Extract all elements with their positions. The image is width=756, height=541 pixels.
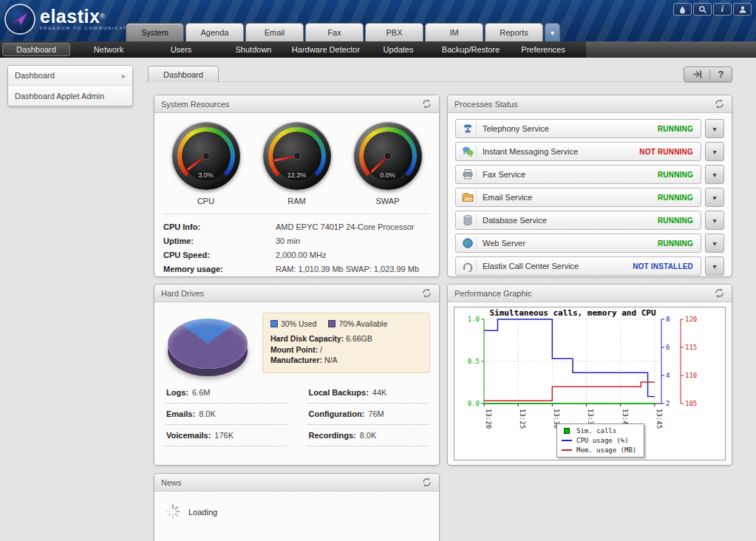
elastix-logo: elastix® FREEDOM TO COMMUNICATE	[4, 4, 132, 35]
subnav-preferences[interactable]: Preferences	[507, 41, 579, 58]
gauge-label: CPU	[197, 197, 214, 205]
subnav-backup-restore[interactable]: Backup/Restore	[435, 41, 507, 58]
legend-mem-usage: Mem. usage (MB)	[562, 446, 636, 454]
process-row-web-server: Web Server RUNNING ▾	[455, 234, 724, 253]
panel-title: Processes Status	[454, 100, 518, 109]
subnav-shutdown[interactable]: Shutdown	[217, 41, 290, 58]
ram-gauge: 12.3% RAM	[256, 122, 338, 205]
info-icon[interactable]: i	[713, 3, 732, 16]
drop-icon[interactable]	[673, 3, 692, 16]
process-actions-dropdown[interactable]: ▾	[705, 256, 724, 276]
refresh-icon[interactable]	[714, 287, 725, 299]
info-row-cpu-speed: CPU Speed:2,000.00 MHz	[163, 248, 430, 262]
chevron-down-icon: ▾	[712, 148, 716, 156]
legend-available: 70% Available	[328, 319, 387, 328]
chevron-down-icon: ▾	[712, 125, 716, 133]
gauge-row: 3.0% CPU 12.3% RAM 0.0% SWAP	[154, 113, 439, 207]
sidebar-item-label: Dashboard	[15, 71, 55, 80]
svg-text:4: 4	[666, 372, 670, 379]
info-row-memory-usage: Memory usage:RAM: 1,010.39 Mb SWAP: 1,02…	[163, 262, 430, 276]
loading-text: Loading	[188, 508, 217, 517]
subnav-dashboard[interactable]: Dashboard	[2, 43, 70, 56]
tab-agenda[interactable]: Agenda	[185, 23, 244, 41]
chevron-right-icon: ▸	[122, 72, 126, 80]
divider	[709, 69, 710, 79]
process-actions-dropdown[interactable]: ▾	[705, 119, 724, 138]
tab-im[interactable]: IM	[425, 23, 483, 41]
mount-point: Mount Point: /	[270, 345, 422, 354]
gauge-label: SWAP	[376, 197, 400, 205]
loading-spinner-icon	[165, 503, 181, 521]
performance-chart: 0.00.51.0246810511011512013:2013:2513:30…	[454, 307, 726, 460]
svg-text:120: 120	[685, 316, 697, 323]
stat-local-backups: Local Backups:44K	[307, 382, 429, 404]
svg-text:0.0: 0.0	[468, 400, 480, 407]
stat-voicemails: Voicemails:176K	[165, 425, 287, 446]
database-icon	[459, 213, 477, 228]
process-actions-dropdown[interactable]: ▾	[705, 165, 724, 184]
subnav-network[interactable]: Network	[72, 41, 145, 58]
brand-name: elastix	[40, 6, 100, 27]
chevron-down-icon: ▾	[712, 217, 716, 225]
refresh-icon[interactable]	[421, 98, 432, 109]
logo-text: elastix® FREEDOM TO COMMUNICATE	[40, 8, 132, 30]
tab-email[interactable]: Email	[245, 23, 304, 41]
sidebar-item-dashboard[interactable]: Dashboard ▸	[8, 66, 132, 86]
process-status: RUNNING	[658, 194, 701, 202]
svg-text:105: 105	[685, 400, 697, 407]
manufacturer: Manufacturer: N/A	[270, 355, 422, 364]
chevron-down-icon: ▾	[712, 171, 716, 179]
chevron-down-icon: ▾	[712, 239, 716, 248]
web-server-icon	[459, 236, 477, 251]
process-label: Fax Service	[483, 170, 658, 179]
header-toolbar: i	[673, 3, 752, 16]
content-tab-dashboard[interactable]: Dashboard	[148, 66, 219, 82]
chevron-down-icon: ▾	[551, 29, 554, 37]
refresh-icon[interactable]	[421, 477, 432, 488]
process-list: Telephony Service RUNNING ▾ Instant Mess…	[448, 113, 732, 277]
panel-title: News	[161, 478, 182, 487]
process-label: Email Service	[483, 193, 658, 202]
process-status: NOT INSTALLED	[633, 262, 701, 270]
tab-overflow-button[interactable]: ▾	[545, 23, 560, 41]
tab-system[interactable]: System	[126, 23, 184, 41]
legend-swatch	[328, 320, 336, 327]
svg-text:2: 2	[666, 400, 670, 407]
tab-pbx[interactable]: PBX	[365, 23, 423, 41]
help-button[interactable]: ?	[718, 69, 724, 80]
subnav-hardware-detector[interactable]: Hardware Detector	[290, 41, 362, 58]
process-actions-dropdown[interactable]: ▾	[705, 234, 724, 253]
legend-used: 30% Used	[270, 319, 316, 328]
brand-tagline: FREEDOM TO COMMUNICATE	[40, 26, 132, 30]
sidebar-item-dashboard-applet-admin[interactable]: Dashboard Applet Admin	[8, 86, 132, 106]
svg-text:6: 6	[666, 344, 670, 351]
email-icon	[459, 190, 477, 205]
refresh-icon[interactable]	[421, 287, 432, 299]
process-actions-dropdown[interactable]: ▾	[705, 188, 724, 207]
info-row-uptime: Uptime:30 min	[163, 234, 430, 248]
stat-emails: Emails:8.0K	[165, 404, 287, 425]
process-label: Web Server	[483, 239, 658, 248]
tab-fax[interactable]: Fax	[305, 23, 364, 41]
process-status: RUNNING	[658, 217, 701, 225]
process-row-instant-messaging: Instant Messaging Service NOT RUNNING ▾	[455, 142, 724, 161]
process-actions-dropdown[interactable]: ▾	[705, 142, 724, 161]
subnav-updates[interactable]: Updates	[362, 41, 435, 58]
process-label: Database Service	[483, 216, 658, 225]
user-icon[interactable]	[733, 3, 752, 16]
panel-header: Processes Status	[448, 95, 732, 113]
refresh-icon[interactable]	[714, 98, 725, 109]
instant-messaging-icon	[459, 144, 477, 159]
collapse-panel-icon[interactable]	[692, 70, 702, 78]
sidebar-menu: Dashboard ▸ Dashboard Applet Admin	[7, 65, 133, 106]
process-label: Elastix Call Center Service	[483, 262, 633, 270]
panel-controls: ?	[684, 67, 732, 82]
telephony-icon	[459, 121, 477, 136]
process-actions-dropdown[interactable]: ▾	[705, 211, 724, 230]
chart-legend: Sim. calls CPU usage (%) Mem. usage (MB)	[556, 423, 644, 457]
subnav-users[interactable]: Users	[145, 41, 217, 58]
panel-title: System Resources	[161, 100, 229, 109]
tab-reports[interactable]: Reports	[485, 23, 543, 41]
chevron-down-icon: ▾	[712, 262, 716, 270]
search-icon[interactable]	[693, 3, 712, 16]
